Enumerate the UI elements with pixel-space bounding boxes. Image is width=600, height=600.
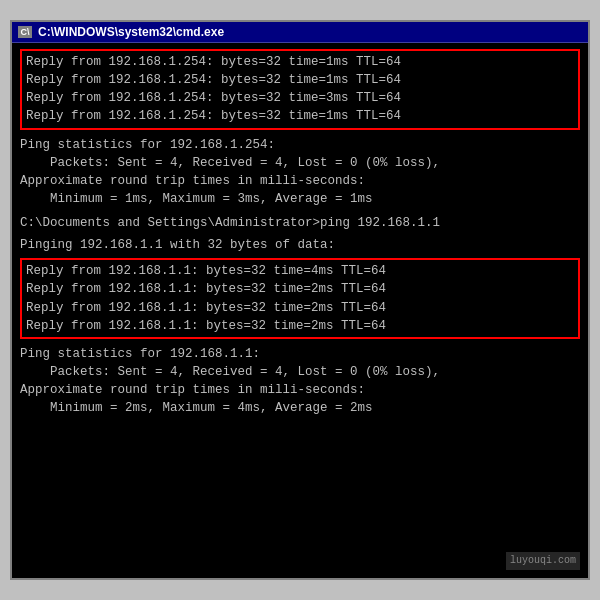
pinging-section-1: Pinging 192.168.1.1 with 32 bytes of dat… bbox=[20, 236, 580, 254]
stats-1-line-3: Approximate round trip times in milli-se… bbox=[20, 172, 580, 190]
stats-2-line-3: Approximate round trip times in milli-se… bbox=[20, 381, 580, 399]
ping-reply-box-1: Reply from 192.168.1.254: bytes=32 time=… bbox=[20, 49, 580, 130]
reply-line-2-3: Reply from 192.168.1.1: bytes=32 time=2m… bbox=[26, 299, 574, 317]
reply-line-2-2: Reply from 192.168.1.1: bytes=32 time=2m… bbox=[26, 280, 574, 298]
stats-2-line-1: Ping statistics for 192.168.1.1: bbox=[20, 345, 580, 363]
window-icon: C\ bbox=[18, 26, 32, 38]
stats-section-2: Ping statistics for 192.168.1.1: Packets… bbox=[20, 345, 580, 418]
window-title: C:\WINDOWS\system32\cmd.exe bbox=[38, 25, 224, 39]
reply-line-1-4: Reply from 192.168.1.254: bytes=32 time=… bbox=[26, 107, 574, 125]
reply-line-1-1: Reply from 192.168.1.254: bytes=32 time=… bbox=[26, 53, 574, 71]
stats-1-line-2: Packets: Sent = 4, Received = 4, Lost = … bbox=[20, 154, 580, 172]
reply-line-1-3: Reply from 192.168.1.254: bytes=32 time=… bbox=[26, 89, 574, 107]
reply-line-1-2: Reply from 192.168.1.254: bytes=32 time=… bbox=[26, 71, 574, 89]
prompt-1: C:\Documents and Settings\Administrator>… bbox=[20, 214, 580, 232]
stats-2-line-2: Packets: Sent = 4, Received = 4, Lost = … bbox=[20, 363, 580, 381]
ping-reply-box-2: Reply from 192.168.1.1: bytes=32 time=4m… bbox=[20, 258, 580, 339]
pinging-line-1: Pinging 192.168.1.1 with 32 bytes of dat… bbox=[20, 236, 580, 254]
terminal-content: Reply from 192.168.1.254: bytes=32 time=… bbox=[12, 43, 588, 578]
reply-line-2-1: Reply from 192.168.1.1: bytes=32 time=4m… bbox=[26, 262, 574, 280]
reply-line-2-4: Reply from 192.168.1.1: bytes=32 time=2m… bbox=[26, 317, 574, 335]
stats-section-1: Ping statistics for 192.168.1.254: Packe… bbox=[20, 136, 580, 209]
title-bar: C\ C:\WINDOWS\system32\cmd.exe bbox=[12, 22, 588, 43]
cmd-window: C\ C:\WINDOWS\system32\cmd.exe Reply fro… bbox=[10, 20, 590, 580]
stats-1-line-4: Minimum = 1ms, Maximum = 3ms, Average = … bbox=[20, 190, 580, 208]
stats-2-line-4: Minimum = 2ms, Maximum = 4ms, Average = … bbox=[20, 399, 580, 417]
prompt-section-1: C:\Documents and Settings\Administrator>… bbox=[20, 214, 580, 232]
stats-1-line-1: Ping statistics for 192.168.1.254: bbox=[20, 136, 580, 154]
watermark: luyouqi.com bbox=[506, 552, 580, 571]
